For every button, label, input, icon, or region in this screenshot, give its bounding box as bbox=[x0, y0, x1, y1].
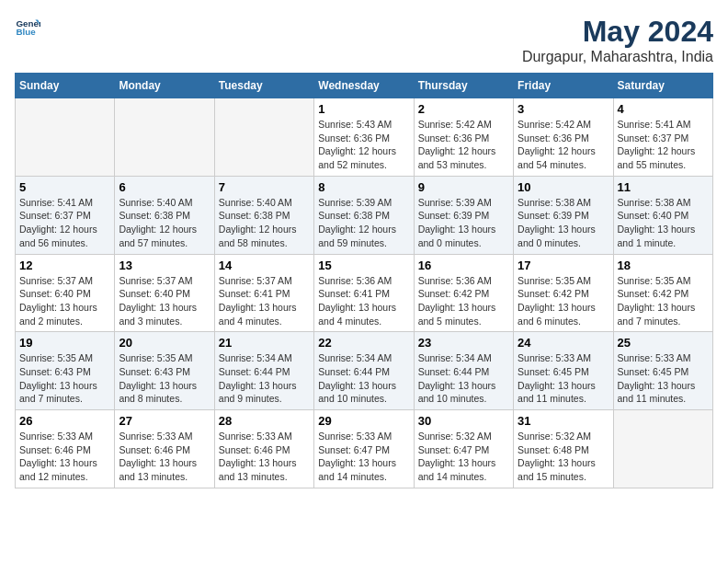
calendar-cell: 17Sunrise: 5:35 AM Sunset: 6:42 PM Dayli… bbox=[514, 254, 613, 332]
calendar-cell: 28Sunrise: 5:33 AM Sunset: 6:46 PM Dayli… bbox=[214, 410, 313, 488]
day-number: 11 bbox=[618, 180, 709, 194]
logo-icon: General Blue bbox=[15, 15, 40, 40]
calendar-header-sunday: Sunday bbox=[16, 74, 115, 98]
day-info: Sunrise: 5:42 AM Sunset: 6:36 PM Dayligh… bbox=[418, 118, 509, 172]
day-number: 7 bbox=[219, 180, 310, 194]
day-number: 6 bbox=[119, 180, 210, 194]
day-number: 8 bbox=[318, 180, 409, 194]
calendar-cell: 10Sunrise: 5:38 AM Sunset: 6:39 PM Dayli… bbox=[514, 176, 613, 254]
day-number: 10 bbox=[518, 180, 609, 194]
day-info: Sunrise: 5:34 AM Sunset: 6:44 PM Dayligh… bbox=[418, 351, 509, 406]
calendar-cell: 24Sunrise: 5:33 AM Sunset: 6:45 PM Dayli… bbox=[514, 332, 613, 410]
calendar-cell: 26Sunrise: 5:33 AM Sunset: 6:46 PM Dayli… bbox=[16, 410, 115, 488]
calendar-table: SundayMondayTuesdayWednesdayThursdayFrid… bbox=[15, 73, 713, 488]
calendar-cell: 3Sunrise: 5:42 AM Sunset: 6:36 PM Daylig… bbox=[514, 98, 613, 177]
day-info: Sunrise: 5:34 AM Sunset: 6:44 PM Dayligh… bbox=[318, 351, 409, 406]
calendar-cell: 9Sunrise: 5:39 AM Sunset: 6:39 PM Daylig… bbox=[414, 176, 513, 254]
day-info: Sunrise: 5:40 AM Sunset: 6:38 PM Dayligh… bbox=[219, 196, 310, 250]
day-number: 14 bbox=[219, 259, 310, 272]
calendar-cell: 11Sunrise: 5:38 AM Sunset: 6:40 PM Dayli… bbox=[613, 176, 712, 254]
calendar-week-row: 19Sunrise: 5:35 AM Sunset: 6:43 PM Dayli… bbox=[16, 332, 713, 410]
calendar-cell: 6Sunrise: 5:40 AM Sunset: 6:38 PM Daylig… bbox=[115, 176, 214, 254]
calendar-cell: 31Sunrise: 5:32 AM Sunset: 6:48 PM Dayli… bbox=[514, 410, 613, 488]
day-number: 23 bbox=[418, 336, 509, 350]
day-info: Sunrise: 5:33 AM Sunset: 6:47 PM Dayligh… bbox=[318, 430, 409, 484]
calendar-header-thursday: Thursday bbox=[414, 74, 513, 98]
calendar-cell: 13Sunrise: 5:37 AM Sunset: 6:40 PM Dayli… bbox=[115, 254, 214, 332]
calendar-week-row: 12Sunrise: 5:37 AM Sunset: 6:40 PM Dayli… bbox=[16, 254, 713, 332]
day-info: Sunrise: 5:34 AM Sunset: 6:44 PM Dayligh… bbox=[219, 351, 310, 406]
calendar-cell: 2Sunrise: 5:42 AM Sunset: 6:36 PM Daylig… bbox=[414, 98, 513, 177]
calendar-cell: 23Sunrise: 5:34 AM Sunset: 6:44 PM Dayli… bbox=[414, 332, 513, 410]
day-info: Sunrise: 5:35 AM Sunset: 6:42 PM Dayligh… bbox=[618, 274, 709, 328]
calendar-cell: 19Sunrise: 5:35 AM Sunset: 6:43 PM Dayli… bbox=[16, 332, 115, 410]
day-info: Sunrise: 5:37 AM Sunset: 6:40 PM Dayligh… bbox=[19, 274, 110, 328]
day-number: 9 bbox=[418, 180, 509, 194]
day-info: Sunrise: 5:43 AM Sunset: 6:36 PM Dayligh… bbox=[318, 118, 409, 172]
calendar-cell: 5Sunrise: 5:41 AM Sunset: 6:37 PM Daylig… bbox=[16, 176, 115, 254]
day-info: Sunrise: 5:39 AM Sunset: 6:38 PM Dayligh… bbox=[318, 196, 409, 250]
day-info: Sunrise: 5:41 AM Sunset: 6:37 PM Dayligh… bbox=[19, 196, 110, 250]
logo: General Blue bbox=[15, 15, 40, 40]
calendar-cell: 22Sunrise: 5:34 AM Sunset: 6:44 PM Dayli… bbox=[314, 332, 414, 410]
day-info: Sunrise: 5:33 AM Sunset: 6:46 PM Dayligh… bbox=[219, 430, 310, 484]
day-number: 31 bbox=[518, 414, 609, 428]
day-number: 26 bbox=[19, 414, 110, 428]
day-info: Sunrise: 5:36 AM Sunset: 6:42 PM Dayligh… bbox=[418, 274, 509, 328]
day-info: Sunrise: 5:35 AM Sunset: 6:42 PM Dayligh… bbox=[518, 274, 609, 328]
calendar-header-tuesday: Tuesday bbox=[214, 74, 313, 98]
day-number: 17 bbox=[518, 259, 609, 272]
day-number: 13 bbox=[119, 259, 210, 272]
calendar-cell: 25Sunrise: 5:33 AM Sunset: 6:45 PM Dayli… bbox=[613, 332, 712, 410]
day-info: Sunrise: 5:32 AM Sunset: 6:47 PM Dayligh… bbox=[418, 430, 509, 484]
day-info: Sunrise: 5:33 AM Sunset: 6:46 PM Dayligh… bbox=[119, 430, 210, 484]
calendar-cell: 20Sunrise: 5:35 AM Sunset: 6:43 PM Dayli… bbox=[115, 332, 214, 410]
title-area: May 2024 Durgapur, Maharashtra, India bbox=[522, 15, 713, 65]
day-number: 16 bbox=[418, 259, 509, 272]
day-number: 29 bbox=[318, 414, 409, 428]
day-info: Sunrise: 5:39 AM Sunset: 6:39 PM Dayligh… bbox=[418, 196, 509, 250]
calendar-cell: 18Sunrise: 5:35 AM Sunset: 6:42 PM Dayli… bbox=[613, 254, 712, 332]
calendar-cell: 15Sunrise: 5:36 AM Sunset: 6:41 PM Dayli… bbox=[314, 254, 414, 332]
day-number: 18 bbox=[618, 259, 709, 272]
day-info: Sunrise: 5:32 AM Sunset: 6:48 PM Dayligh… bbox=[518, 430, 609, 484]
calendar-week-row: 5Sunrise: 5:41 AM Sunset: 6:37 PM Daylig… bbox=[16, 176, 713, 254]
day-info: Sunrise: 5:42 AM Sunset: 6:36 PM Dayligh… bbox=[518, 118, 609, 172]
day-info: Sunrise: 5:38 AM Sunset: 6:40 PM Dayligh… bbox=[618, 196, 709, 250]
day-info: Sunrise: 5:37 AM Sunset: 6:40 PM Dayligh… bbox=[119, 274, 210, 328]
day-number: 1 bbox=[318, 102, 409, 116]
day-info: Sunrise: 5:36 AM Sunset: 6:41 PM Dayligh… bbox=[318, 274, 409, 328]
day-number: 24 bbox=[518, 336, 609, 350]
day-info: Sunrise: 5:33 AM Sunset: 6:45 PM Dayligh… bbox=[518, 351, 609, 406]
calendar-cell bbox=[115, 98, 214, 177]
calendar-cell: 8Sunrise: 5:39 AM Sunset: 6:38 PM Daylig… bbox=[314, 176, 414, 254]
day-number: 15 bbox=[318, 259, 409, 272]
day-number: 21 bbox=[219, 336, 310, 350]
calendar-cell: 29Sunrise: 5:33 AM Sunset: 6:47 PM Dayli… bbox=[314, 410, 414, 488]
day-number: 30 bbox=[418, 414, 509, 428]
day-info: Sunrise: 5:38 AM Sunset: 6:39 PM Dayligh… bbox=[518, 196, 609, 250]
day-number: 22 bbox=[318, 336, 409, 350]
day-number: 19 bbox=[19, 336, 110, 350]
day-number: 28 bbox=[219, 414, 310, 428]
day-number: 25 bbox=[618, 336, 709, 350]
day-info: Sunrise: 5:37 AM Sunset: 6:41 PM Dayligh… bbox=[219, 274, 310, 328]
day-info: Sunrise: 5:35 AM Sunset: 6:43 PM Dayligh… bbox=[119, 351, 210, 406]
calendar-cell: 1Sunrise: 5:43 AM Sunset: 6:36 PM Daylig… bbox=[314, 98, 414, 177]
calendar-cell: 7Sunrise: 5:40 AM Sunset: 6:38 PM Daylig… bbox=[214, 176, 313, 254]
day-info: Sunrise: 5:40 AM Sunset: 6:38 PM Dayligh… bbox=[119, 196, 210, 250]
day-number: 20 bbox=[119, 336, 210, 350]
calendar-cell: 4Sunrise: 5:41 AM Sunset: 6:37 PM Daylig… bbox=[613, 98, 712, 177]
day-info: Sunrise: 5:41 AM Sunset: 6:37 PM Dayligh… bbox=[618, 118, 709, 172]
day-number: 2 bbox=[418, 102, 509, 116]
calendar-cell: 14Sunrise: 5:37 AM Sunset: 6:41 PM Dayli… bbox=[214, 254, 313, 332]
page-header: General Blue May 2024 Durgapur, Maharash… bbox=[15, 15, 713, 65]
day-info: Sunrise: 5:33 AM Sunset: 6:46 PM Dayligh… bbox=[19, 430, 110, 484]
calendar-cell bbox=[613, 410, 712, 488]
calendar-cell: 16Sunrise: 5:36 AM Sunset: 6:42 PM Dayli… bbox=[414, 254, 513, 332]
location-title: Durgapur, Maharashtra, India bbox=[522, 49, 713, 65]
month-title: May 2024 bbox=[522, 15, 713, 49]
calendar-header-wednesday: Wednesday bbox=[314, 74, 414, 98]
calendar-header-saturday: Saturday bbox=[613, 74, 712, 98]
calendar-week-row: 1Sunrise: 5:43 AM Sunset: 6:36 PM Daylig… bbox=[16, 98, 713, 177]
